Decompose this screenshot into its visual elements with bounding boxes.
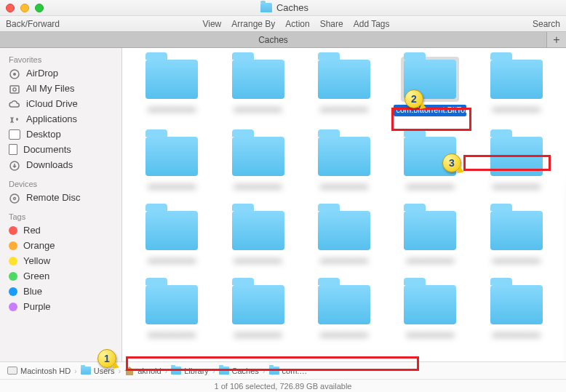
path-item-current[interactable]: com.… — [269, 367, 308, 375]
folder-item[interactable]: xxxxxxxxxxxx — [308, 282, 380, 339]
sidebar-item-icloud[interactable]: iCloud Drive — [0, 96, 121, 111]
folder-item[interactable]: xxxxxxxxxxxx — [221, 208, 294, 265]
sidebar-head-tags: Tags — [0, 209, 121, 223]
all-files-icon — [9, 84, 20, 94]
sidebar-item-documents[interactable]: Documents — [0, 142, 121, 157]
folder-icon — [404, 285, 456, 324]
sidebar-item-label: Desktop — [26, 129, 61, 140]
sidebar-head-devices: Devices — [0, 177, 121, 190]
folder-icon — [490, 60, 543, 99]
sidebar-item-downloads[interactable]: Downloads — [0, 157, 121, 172]
folder-item[interactable]: xxxxxxxxxxxx — [480, 57, 553, 116]
folder-item[interactable]: xxxxxxxxxxxx — [221, 282, 294, 339]
tab-caches[interactable]: Caches — [0, 32, 547, 47]
folder-label: xxxxxxxxxxxx — [148, 256, 196, 265]
hd-icon — [7, 367, 17, 375]
sidebar-item-label: Downloads — [26, 159, 73, 170]
folder-item[interactable]: xxxxxxxxxxxx — [135, 282, 208, 339]
sidebar: Favorites AirDrop All My Files iCloud Dr… — [0, 48, 122, 361]
action-button[interactable]: Action — [285, 19, 309, 29]
sidebar-item-remote-disc[interactable]: Remote Disc — [0, 190, 121, 205]
path-item-hd[interactable]: Macintosh HD — [7, 367, 71, 375]
sidebar-tag-red[interactable]: Red — [0, 223, 121, 238]
folder-item[interactable]: xxxxxxxxxxxx — [135, 208, 208, 265]
downloads-icon — [9, 160, 20, 170]
sidebar-item-label: Applications — [26, 113, 77, 124]
close-window-button[interactable] — [6, 4, 15, 12]
sidebar-item-label: iCloud Drive — [26, 98, 78, 109]
back-forward-button[interactable]: Back/Forward — [6, 19, 60, 29]
folder-item[interactable]: xxxxxxxxxxxx — [480, 282, 553, 339]
sidebar-item-desktop[interactable]: Desktop — [0, 127, 121, 142]
status-text: 1 of 106 selected, 726.89 GB available — [215, 382, 352, 391]
sidebar-item-airdrop[interactable]: AirDrop — [0, 65, 121, 81]
chevron-icon: › — [212, 367, 215, 375]
folder-icon — [318, 137, 370, 176]
zoom-window-button[interactable] — [35, 4, 44, 12]
folder-label: xxxxxxxxxxxx — [234, 330, 282, 339]
folder-item[interactable]: com.bittorrent.BitTorrent — [394, 57, 466, 116]
new-tab-button[interactable]: + — [547, 32, 566, 47]
home-icon — [124, 367, 135, 375]
applications-icon — [9, 114, 20, 124]
sidebar-item-all-my-files[interactable]: All My Files — [0, 81, 121, 96]
folder-item[interactable]: xxxxxxxxxxxx — [480, 134, 553, 191]
folder-label: xxxxxxxxxxxx — [493, 330, 541, 339]
path-item-library[interactable]: Library — [171, 367, 209, 375]
folder-label: xxxxxxxxxxxx — [493, 182, 541, 191]
folder-label: xxxxxxxxxxxx — [320, 256, 368, 265]
sidebar-tag-green[interactable]: Green — [0, 268, 121, 284]
folder-label: com.bittorrent.BitTorrent — [394, 105, 466, 116]
annotation-badge: 2 — [404, 89, 423, 108]
sidebar-tag-orange[interactable]: Orange — [0, 238, 121, 253]
folder-icon — [318, 211, 370, 250]
titlebar: Caches — [0, 0, 566, 16]
folder-icon — [490, 137, 543, 176]
tag-dot-icon — [9, 287, 17, 296]
folder-item[interactable]: xxxxxxxxxxxx — [135, 57, 208, 116]
path-item-caches[interactable]: Caches — [219, 367, 259, 375]
folder-item[interactable]: xxxxxxxxxxxx — [308, 57, 380, 116]
sidebar-tag-purple[interactable]: Purple — [0, 299, 121, 314]
folder-icon — [219, 367, 229, 375]
folder-label: xxxxxxxxxxxx — [148, 330, 196, 339]
sidebar-tag-blue[interactable]: Blue — [0, 284, 121, 299]
chevron-icon: › — [165, 367, 168, 375]
folder-item[interactable]: xxxxxxxxxxxx — [308, 208, 380, 265]
disc-icon — [9, 193, 20, 203]
folder-item[interactable]: xxxxxxxxxxxx — [135, 134, 208, 191]
sidebar-item-label: Yellow — [23, 255, 50, 266]
add-tags-button[interactable]: Add Tags — [354, 19, 390, 29]
folder-icon — [318, 285, 370, 324]
folder-icon — [490, 285, 543, 324]
folder-item[interactable]: xxxxxxxxxxxx — [308, 134, 380, 191]
folder-label: xxxxxxxxxxxx — [320, 330, 368, 339]
folder-label: xxxxxxxxxxxx — [148, 105, 196, 113]
minimize-window-button[interactable] — [20, 4, 29, 12]
arrange-button[interactable]: Arrange By — [231, 19, 275, 29]
folder-item[interactable]: xxxxxxxxxxxx — [221, 134, 294, 191]
folder-item[interactable]: xxxxxxxxxxxx — [394, 208, 466, 265]
sidebar-item-applications[interactable]: Applications — [0, 111, 121, 127]
folder-icon — [232, 137, 284, 176]
folder-item[interactable]: xxxxxxxxxxxx — [480, 208, 553, 265]
folder-item[interactable]: xxxxxxxxxxxx — [394, 282, 466, 339]
folder-label: xxxxxxxxxxxx — [493, 105, 541, 113]
content-area[interactable]: xxxxxxxxxxxxxxxxxxxxxxxxxxxxxxxxxxxxcom.… — [122, 48, 566, 361]
sidebar-item-label: Purple — [23, 301, 51, 312]
share-button[interactable]: Share — [320, 19, 343, 29]
tag-dot-icon — [9, 303, 17, 311]
folder-icon — [81, 367, 91, 375]
folder-item[interactable]: xxxxxxxxxxxx — [221, 57, 294, 116]
sidebar-tag-yellow[interactable]: Yellow — [0, 253, 121, 268]
search-button[interactable]: Search — [533, 19, 560, 29]
sidebar-item-label: Green — [23, 271, 49, 281]
folder-icon — [404, 211, 456, 250]
folder-label: xxxxxxxxxxxx — [234, 256, 282, 265]
folder-icon — [232, 285, 284, 324]
view-button[interactable]: View — [202, 19, 221, 29]
folder-label: xxxxxxxxxxxx — [406, 182, 454, 191]
path-item-user[interactable]: aknold — [124, 367, 161, 375]
tag-dot-icon — [9, 272, 17, 281]
folder-label: xxxxxxxxxxxx — [148, 182, 196, 191]
